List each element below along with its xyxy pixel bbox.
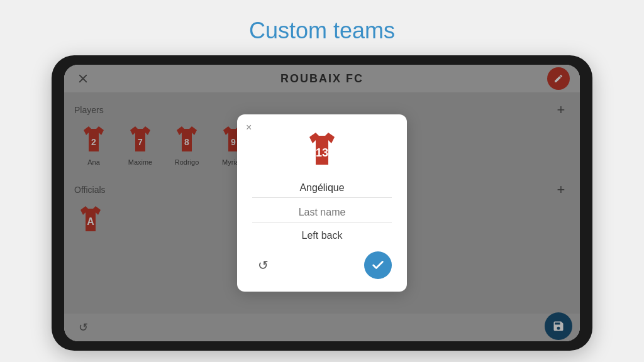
modal-confirm-button[interactable] [364,251,392,279]
modal-reset-button[interactable]: ↺ [252,255,274,276]
modal-jersey: 13 [252,129,392,170]
svg-text:13: 13 [316,146,328,159]
phone-screen: ROUBAIX FC Players + 2 Ana [64,65,580,341]
page-title: Custom teams [249,18,395,44]
modal-close-button[interactable]: × [246,122,252,133]
first-name-input[interactable] [252,178,392,198]
modal-footer: ↺ [252,251,392,279]
edit-player-modal: × 13 Left back ↺ [237,114,407,292]
last-name-input[interactable] [252,203,392,222]
position-label: Left back [252,230,392,241]
phone-frame: ROUBAIX FC Players + 2 Ana [52,55,592,351]
modal-overlay: × 13 Left back ↺ [64,65,580,341]
